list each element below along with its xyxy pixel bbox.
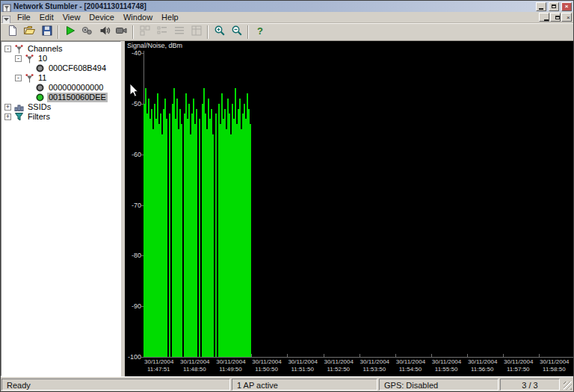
x-tick-label: 30/11/200411:55:50 [432,358,469,373]
status-ready: Ready [1,379,230,391]
tree-item-label: Channels [26,44,64,54]
details-view-button [188,25,205,40]
y-tick-mark [141,53,144,54]
x-axis [144,357,573,358]
tree-item-filters[interactable]: +Filters [1,112,120,122]
x-tick-date: 30/11/2004 [252,358,289,366]
menu-file[interactable]: File [13,12,35,23]
status-ap-active: 1 AP active [232,379,377,391]
signal-bar [199,119,200,357]
collapse-toggle[interactable]: - [4,46,11,52]
chart-title: Signal/Noise, dBm [127,42,182,49]
zoom-in-button[interactable] [211,25,228,40]
x-tick-date: 30/11/2004 [324,358,362,366]
toolbar-separator [132,25,134,39]
tree-item-channels[interactable]: -Channels [1,44,120,54]
menu-bar: FileEditViewDeviceWindowHelp × [1,12,573,23]
y-tick-label: -60 [125,151,142,158]
speaker-icon [99,25,111,40]
svg-text:?: ? [257,25,263,37]
enable-scan-icon [64,25,76,40]
tree-item-label: 001150060DEE [47,93,108,102]
details-view-icon [191,25,203,40]
help-button[interactable]: ? [251,25,268,40]
tree-item-000cf608b494[interactable]: 000CF608B494 [1,63,120,73]
mdi-restore-button[interactable] [550,13,561,22]
tree-item-label: 10 [37,54,49,63]
signal-bar [169,113,170,357]
y-tick-mark [141,357,144,358]
tree-item-label: 11 [37,73,48,83]
app-icon [2,2,11,11]
x-tick-date: 30/11/2004 [144,358,182,366]
small-icons-view-button [153,25,170,40]
menu-help[interactable]: Help [157,12,183,23]
save-button[interactable] [38,25,55,40]
capture-device-button[interactable] [113,25,130,40]
status-bar: Ready 1 AP active GPS: Disabled 3 / 3 [1,376,573,391]
netstumbler-window: Network Stumbler - [20041130114748] × Fi… [0,0,574,392]
ap-green-icon [34,93,45,102]
tree-item-001150060dee[interactable]: 001150060DEE [1,93,120,102]
x-tick-mark [287,354,288,357]
tree-item-label: SSIDs [26,102,52,112]
tree-item-000000000000[interactable]: 000000000000 [1,83,120,93]
x-tick-time: 11:50:50 [252,366,289,373]
mdi-close-button[interactable]: × [561,13,572,22]
mdi-minimize-button[interactable] [539,13,549,22]
minimize-icon [539,8,543,10]
x-tick-mark [467,354,468,357]
tree-item-ssids[interactable]: +SSIDs [1,102,120,112]
minimize-button[interactable] [536,2,546,11]
x-tick-mark [431,354,432,357]
expand-toggle[interactable]: + [4,104,11,111]
resize-grip[interactable] [561,379,573,391]
x-tick-date: 30/11/2004 [216,358,253,366]
signal-bar [181,124,182,357]
menu-window[interactable]: Window [119,12,157,23]
x-tick-time: 11:51:50 [288,366,325,373]
x-tick-label: 30/11/200411:49:50 [216,358,253,373]
enable-scan-button[interactable] [61,25,78,40]
new-document-button[interactable] [4,25,21,40]
x-tick-time: 11:55:50 [432,366,469,373]
new-document-icon [7,25,19,40]
restore-icon [552,4,556,8]
menu-device[interactable]: Device [84,12,119,23]
close-button[interactable]: × [561,2,572,11]
collapse-toggle[interactable]: - [15,55,22,62]
open-folder-button[interactable] [21,25,38,40]
restore-button[interactable] [549,2,559,11]
speaker-button[interactable] [96,25,113,40]
filter-icon [13,112,24,122]
x-tick-date: 30/11/2004 [504,358,541,366]
x-tick-date: 30/11/2004 [468,358,505,366]
ssids-icon [13,102,24,112]
tree-item-label: 000CF608B494 [47,63,108,73]
collapse-toggle[interactable]: - [15,75,22,81]
tree-item-10[interactable]: -10 [1,54,120,63]
x-tick-time: 11:58:50 [540,366,573,373]
main-area: -Channels-10000CF608B494-110000000000000… [1,41,573,376]
save-icon [41,25,53,40]
auto-reconfigure-icon [81,25,93,40]
ap-gray-icon [34,83,45,93]
tree-item-11[interactable]: -11 [1,73,120,83]
menu-edit[interactable]: Edit [35,12,58,23]
x-tick-label: 30/11/200411:52:50 [324,358,362,373]
status-gps: GPS: Disabled [379,379,499,391]
x-tick-mark [395,354,396,357]
expand-toggle[interactable]: + [4,113,11,120]
y-tick-label: -90 [125,302,142,310]
x-tick-time: 11:47:51 [144,366,182,373]
menu-view[interactable]: View [58,12,85,23]
auto-reconfigure-button[interactable] [78,25,96,40]
zoom-out-icon [231,25,243,40]
toolbar: ? [1,23,573,41]
y-tick-label: -100 [125,353,142,361]
ap-gray-icon [34,63,45,73]
zoom-out-button[interactable] [228,25,245,40]
help-icon: ? [254,25,266,40]
x-tick-label: 30/11/200411:53:50 [360,358,398,373]
large-icons-view-button [136,25,153,40]
